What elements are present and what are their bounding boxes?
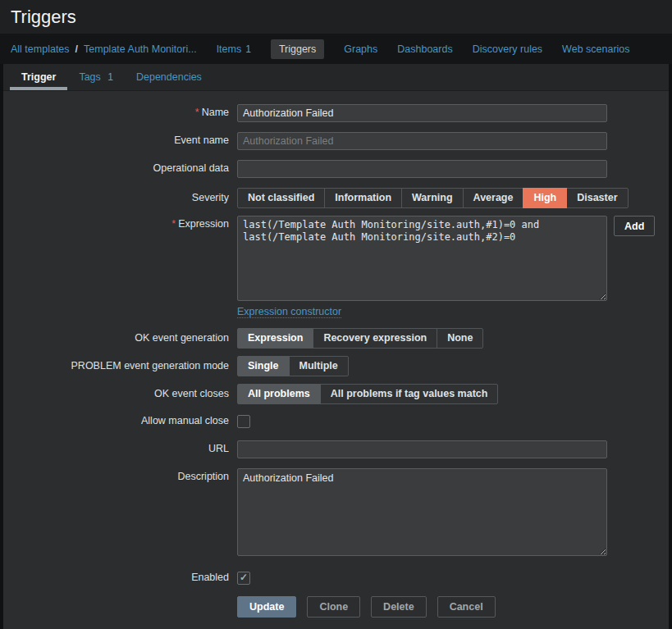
severity-option-average[interactable]: Average <box>463 188 524 208</box>
operational-data-label: Operational data <box>3 160 237 174</box>
name-input[interactable] <box>237 104 607 122</box>
page-title: Triggers <box>11 7 76 28</box>
severity-label: Severity <box>3 188 237 203</box>
row-description: Description Authorization Failed <box>3 468 669 556</box>
ok-event-closes-segmented-control: All problems All problems if tag values … <box>237 384 498 404</box>
description-label: Description <box>3 468 237 482</box>
clone-button[interactable]: Clone <box>307 596 360 618</box>
row-ok-event-closes: OK event closes All problems All problem… <box>3 384 669 404</box>
template-navigation: All templates / Template Auth Monitori..… <box>0 34 672 64</box>
row-operational-data: Operational data <box>3 160 669 178</box>
ok-event-generation-option-expression[interactable]: Expression <box>237 328 313 349</box>
ok-event-generation-option-none[interactable]: None <box>437 328 483 349</box>
name-label: *Name <box>3 104 237 118</box>
breadcrumb-all-templates[interactable]: All templates <box>11 43 70 55</box>
event-name-label: Event name <box>3 132 237 146</box>
page-header: Triggers <box>0 0 672 34</box>
tab-tags-count: 1 <box>107 71 113 83</box>
severity-option-not-classified[interactable]: Not classified <box>237 188 325 208</box>
nav-dashboards[interactable]: Dashboards <box>397 43 452 55</box>
trigger-edit-panel: Trigger Tags 1 Dependencies *Name Event … <box>3 64 669 629</box>
nav-discovery-rules[interactable]: Discovery rules <box>473 43 542 55</box>
form-actions: Update Clone Delete Cancel <box>3 596 669 618</box>
ok-event-generation-segmented-control: Expression Recovery expression None <box>237 328 483 349</box>
required-marker: * <box>195 107 199 118</box>
nav-triggers[interactable]: Triggers <box>271 39 324 59</box>
delete-button[interactable]: Delete <box>371 596 427 618</box>
breadcrumb: All templates / Template Auth Monitori..… <box>11 43 197 55</box>
breadcrumb-template-name[interactable]: Template Auth Monitori... <box>84 43 197 55</box>
allow-manual-close-label: Allow manual close <box>3 414 237 426</box>
url-input[interactable] <box>237 440 607 458</box>
row-event-name: Event name <box>3 132 669 150</box>
nav-dashboards-link[interactable]: Dashboards <box>397 43 452 55</box>
ok-event-closes-label: OK event closes <box>3 384 237 399</box>
ok-event-closes-option-all-problems[interactable]: All problems <box>237 384 321 404</box>
row-severity: Severity Not classified Information Warn… <box>3 188 669 208</box>
problem-event-mode-segmented-control: Single Multiple <box>237 356 349 376</box>
tab-bar: Trigger Tags 1 Dependencies <box>3 64 669 91</box>
nav-web-scenarios[interactable]: Web scenarios <box>562 43 629 55</box>
severity-option-warning[interactable]: Warning <box>401 188 464 208</box>
event-name-input[interactable] <box>237 132 607 150</box>
row-problem-event-mode: PROBLEM event generation mode Single Mul… <box>3 356 669 376</box>
cancel-button[interactable]: Cancel <box>437 596 496 618</box>
nav-web-scenarios-link[interactable]: Web scenarios <box>562 43 629 55</box>
ok-event-generation-label: OK event generation <box>3 328 237 344</box>
nav-items[interactable]: Items 1 <box>217 43 251 55</box>
expression-label: *Expression <box>3 216 237 230</box>
severity-segmented-control: Not classified Information Warning Avera… <box>237 188 629 208</box>
problem-event-mode-label: PROBLEM event generation mode <box>3 356 237 371</box>
nav-graphs-link[interactable]: Graphs <box>344 43 377 55</box>
row-enabled: Enabled <box>3 571 669 585</box>
severity-option-high[interactable]: High <box>523 188 567 208</box>
row-expression-constructor: Expression constructor <box>3 306 669 318</box>
nav-items-link[interactable]: Items <box>217 43 242 55</box>
expression-textarea[interactable]: last(/Template Auth Monitoring/site.auth… <box>237 216 607 301</box>
operational-data-input[interactable] <box>237 160 607 178</box>
allow-manual-close-checkbox[interactable] <box>237 415 250 428</box>
tab-tags[interactable]: Tags 1 <box>67 64 125 90</box>
problem-event-mode-option-multiple[interactable]: Multiple <box>289 356 349 376</box>
url-label: URL <box>3 440 237 454</box>
expression-add-button[interactable]: Add <box>614 216 655 236</box>
row-ok-event-generation: OK event generation Expression Recovery … <box>3 328 669 349</box>
row-expression: *Expression last(/Template Auth Monitori… <box>3 216 669 301</box>
tab-tags-label: Tags <box>79 71 100 83</box>
tab-dependencies[interactable]: Dependencies <box>125 64 213 90</box>
nav-discovery-rules-link[interactable]: Discovery rules <box>473 43 542 55</box>
row-allow-manual-close: Allow manual close <box>3 414 669 428</box>
expression-constructor-link[interactable]: Expression constructor <box>237 306 341 318</box>
severity-option-disaster[interactable]: Disaster <box>566 188 628 208</box>
row-name: *Name <box>3 104 669 122</box>
nav-items-count: 1 <box>245 43 251 55</box>
severity-option-information[interactable]: Information <box>324 188 402 208</box>
breadcrumb-separator: / <box>75 43 78 55</box>
update-button[interactable]: Update <box>237 596 296 618</box>
nav-graphs[interactable]: Graphs <box>344 43 377 55</box>
ok-event-closes-option-tag-match[interactable]: All problems if tag values match <box>320 384 499 404</box>
ok-event-generation-option-recovery-expression[interactable]: Recovery expression <box>313 328 437 349</box>
enabled-label: Enabled <box>3 571 237 583</box>
row-url: URL <box>3 440 669 458</box>
enabled-checkbox[interactable] <box>237 572 250 585</box>
problem-event-mode-option-single[interactable]: Single <box>237 356 290 376</box>
trigger-form: *Name Event name Operational data Severi… <box>3 91 669 618</box>
tab-trigger[interactable]: Trigger <box>10 64 67 90</box>
nav-triggers-selected[interactable]: Triggers <box>271 39 324 59</box>
description-textarea[interactable]: Authorization Failed <box>237 468 607 556</box>
required-marker: * <box>171 218 176 230</box>
